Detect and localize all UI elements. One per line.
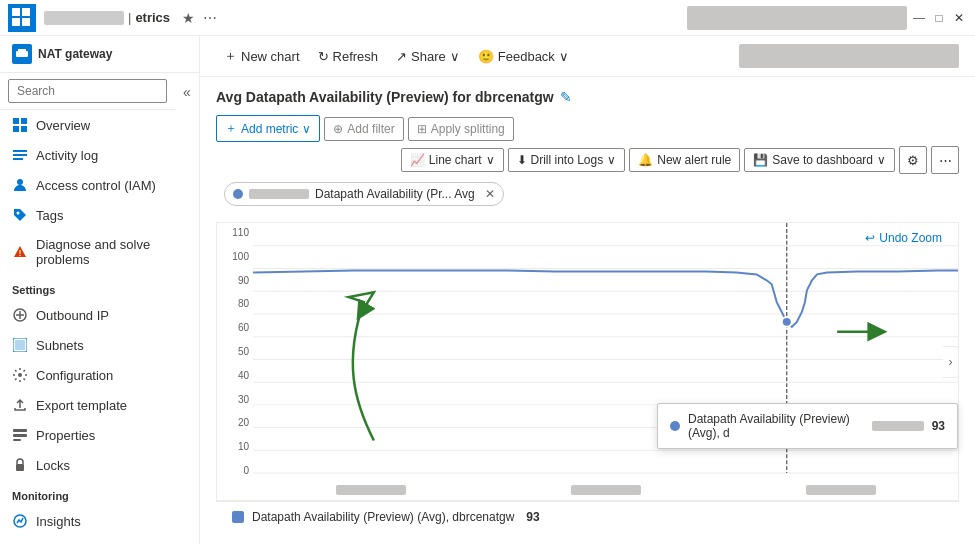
- collapse-button[interactable]: «: [175, 80, 199, 104]
- feedback-button[interactable]: 🙂 Feedback ∨: [470, 44, 577, 69]
- apply-splitting-button[interactable]: ⊞ Apply splitting: [408, 117, 514, 141]
- drill-chevron-icon: ∨: [607, 153, 616, 167]
- refresh-icon: ↻: [318, 49, 329, 64]
- more-icon[interactable]: ⋯: [203, 10, 217, 26]
- feedback-chevron-icon: ∨: [559, 49, 569, 64]
- sidebar: NAT gateway « Overview: [0, 36, 200, 544]
- new-chart-button[interactable]: ＋ New chart: [216, 42, 308, 70]
- split-icon: ⊞: [417, 122, 427, 136]
- refresh-button[interactable]: ↻ Refresh: [310, 44, 387, 69]
- line-chart-icon: 📈: [410, 153, 425, 167]
- undo-icon: ↩: [865, 231, 875, 245]
- tooltip-row: Datapath Availability (Preview) (Avg), d…: [670, 412, 945, 440]
- svg-rect-21: [13, 429, 27, 432]
- svg-rect-5: [18, 49, 26, 51]
- sidebar-item-iam[interactable]: Access control (IAM): [0, 170, 199, 200]
- top-toolbar: ＋ New chart ↻ Refresh ↗ Share ∨ 🙂 Feedba…: [200, 36, 975, 77]
- chart-tooltip: Datapath Availability (Preview) (Avg), d…: [657, 403, 958, 449]
- star-icon[interactable]: ★: [182, 10, 195, 26]
- close-button[interactable]: ✕: [951, 10, 967, 26]
- new-alert-rule-button[interactable]: 🔔 New alert rule: [629, 148, 740, 172]
- breadcrumb-separator: |: [128, 10, 131, 25]
- resource-label: NAT gateway: [38, 47, 112, 61]
- sidebar-item-properties[interactable]: Properties: [0, 420, 199, 450]
- expand-chart-button[interactable]: ›: [943, 346, 959, 378]
- add-filter-label: Add filter: [347, 122, 394, 136]
- share-button[interactable]: ↗ Share ∨: [388, 44, 468, 69]
- overview-icon: [12, 117, 28, 133]
- config-label: Configuration: [36, 368, 113, 383]
- export-icon: [12, 397, 28, 413]
- sidebar-item-diagnose[interactable]: Diagnose and solve problems: [0, 230, 199, 274]
- save-chevron-icon: ∨: [877, 153, 886, 167]
- chart-line: [253, 270, 958, 326]
- insights-icon: [12, 513, 28, 529]
- svg-rect-9: [21, 126, 27, 132]
- feedback-label: Feedback: [498, 49, 555, 64]
- chart-more-button[interactable]: ⋯: [931, 146, 959, 174]
- locks-icon: [12, 457, 28, 473]
- sidebar-item-tags[interactable]: Tags: [0, 200, 199, 230]
- x-label-1: [336, 485, 406, 495]
- add-metric-button[interactable]: ＋ Add metric ∨: [216, 115, 320, 142]
- overview-label: Overview: [36, 118, 90, 133]
- drill-into-logs-button[interactable]: ⬇ Drill into Logs ∨: [508, 148, 626, 172]
- svg-rect-3: [22, 18, 30, 26]
- edit-title-icon[interactable]: ✎: [560, 89, 572, 105]
- maximize-button[interactable]: □: [931, 10, 947, 26]
- search-input[interactable]: [8, 79, 167, 103]
- sidebar-item-locks[interactable]: Locks: [0, 450, 199, 480]
- metric-pill-close-button[interactable]: ✕: [485, 187, 495, 201]
- save-to-dashboard-button[interactable]: 💾 Save to dashboard ∨: [744, 148, 895, 172]
- monitoring-section-title: Monitoring: [0, 480, 199, 506]
- chart-settings-button[interactable]: ⚙: [899, 146, 927, 174]
- y-label-80: 80: [238, 298, 249, 309]
- title-bar-icons: ★ ⋯: [182, 10, 217, 26]
- subnets-icon: [12, 337, 28, 353]
- svg-rect-10: [13, 150, 27, 152]
- sidebar-item-insights[interactable]: Insights: [0, 506, 199, 536]
- add-metric-plus-icon: ＋: [225, 120, 237, 137]
- sidebar-search-container: [0, 73, 175, 110]
- activity-log-icon: [12, 147, 28, 163]
- monitoring-nav: Insights Alerts Metrics: [0, 506, 199, 544]
- tooltip-label: Datapath Availability (Preview) (Avg), d: [688, 412, 864, 440]
- data-point: [782, 317, 792, 327]
- breadcrumb-blurred: [44, 11, 124, 25]
- properties-label: Properties: [36, 428, 95, 443]
- export-label: Export template: [36, 398, 127, 413]
- main-nav: Overview Activity log Access control (IA…: [0, 110, 199, 274]
- legend-value: 93: [526, 510, 539, 524]
- sidebar-item-overview[interactable]: Overview: [0, 110, 199, 140]
- search-row: «: [0, 73, 199, 110]
- app-container: | etrics ★ ⋯ — □ ✕ NAT gateway: [0, 0, 975, 544]
- sidebar-item-alerts[interactable]: Alerts: [0, 536, 199, 544]
- undo-zoom-label: Undo Zoom: [879, 231, 942, 245]
- sidebar-item-export[interactable]: Export template: [0, 390, 199, 420]
- y-axis: 110 100 90 80 60 50 40 30 20 10 0: [217, 223, 253, 480]
- sidebar-item-subnets[interactable]: Subnets: [0, 330, 199, 360]
- line-chart-button[interactable]: 📈 Line chart ∨: [401, 148, 504, 172]
- sidebar-item-activity-log[interactable]: Activity log: [0, 140, 199, 170]
- svg-point-16: [19, 255, 20, 256]
- svg-rect-8: [13, 126, 19, 132]
- undo-zoom-button[interactable]: ↩ Undo Zoom: [865, 231, 942, 245]
- share-label: Share: [411, 49, 446, 64]
- new-chart-label: New chart: [241, 49, 300, 64]
- y-label-60: 60: [238, 322, 249, 333]
- sidebar-item-outbound[interactable]: Outbound IP: [0, 300, 199, 330]
- share-chevron-icon: ∨: [450, 49, 460, 64]
- svg-rect-1: [22, 8, 30, 16]
- save-label: Save to dashboard: [772, 153, 873, 167]
- y-label-10: 10: [238, 441, 249, 452]
- y-label-20: 20: [238, 417, 249, 428]
- alert-icon: 🔔: [638, 153, 653, 167]
- sidebar-item-config[interactable]: Configuration: [0, 360, 199, 390]
- add-metric-label: Add metric: [241, 122, 298, 136]
- tooltip-value: 93: [932, 419, 945, 433]
- minimize-button[interactable]: —: [911, 10, 927, 26]
- main-content: ＋ New chart ↻ Refresh ↗ Share ∨ 🙂 Feedba…: [200, 36, 975, 544]
- svg-rect-2: [12, 18, 20, 26]
- add-filter-button[interactable]: ⊕ Add filter: [324, 117, 403, 141]
- breadcrumb: | etrics: [44, 10, 170, 25]
